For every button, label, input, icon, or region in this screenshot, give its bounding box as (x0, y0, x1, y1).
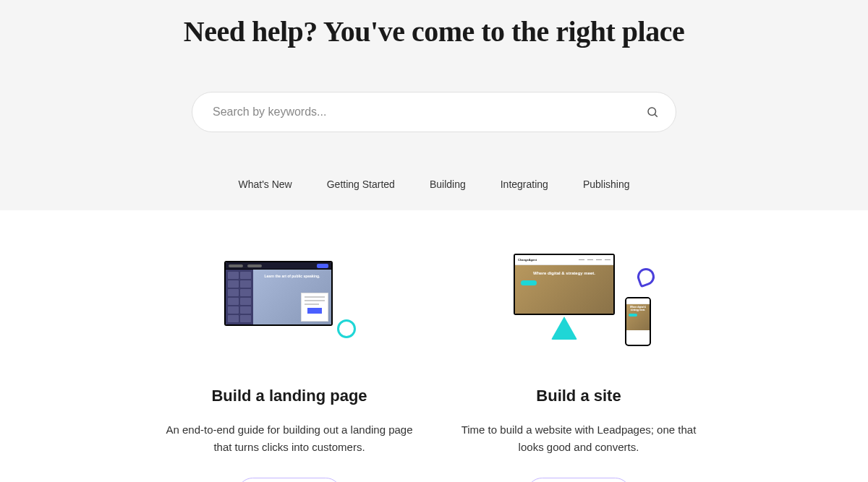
nav-tab-whats-new[interactable]: What's New (238, 178, 292, 190)
card-landing-page: Learn the art of public speaking. Build … (159, 254, 420, 482)
circle-accent-icon (337, 319, 356, 338)
illus-headline: Where digital & strategy meet. (521, 271, 608, 276)
nav-tab-getting-started[interactable]: Getting Started (327, 178, 395, 190)
svg-point-0 (648, 108, 656, 116)
card-build-site: ChangeAgent Where digital & strategy mee… (448, 254, 709, 482)
svg-line-1 (655, 114, 657, 116)
card-title: Build a site (448, 387, 709, 405)
cards-section: Learn the art of public speaking. Build … (72, 210, 796, 482)
hero-section: Need help? You've come to the right plac… (0, 0, 868, 210)
card-description: Time to build a website with Leadpages; … (448, 421, 709, 456)
search-input[interactable] (192, 92, 676, 132)
card-illustration-landing-page: Learn the art of public speaking. (159, 254, 420, 348)
nav-tab-building[interactable]: Building (430, 178, 466, 190)
illus-brand: ChangeAgent (518, 258, 537, 262)
search-icon (646, 106, 659, 119)
search-container (192, 92, 676, 132)
nav-tab-publishing[interactable]: Publishing (583, 178, 630, 190)
card-title: Build a landing page (159, 387, 420, 405)
illus-headline-mobile: Where digital & strategy meet. (629, 306, 647, 311)
get-answers-button[interactable]: Get Answers (527, 478, 630, 482)
card-description: An end-to-end guide for building out a l… (159, 421, 420, 456)
nav-tabs: What's New Getting Started Building Inte… (0, 132, 868, 210)
illus-headline: Learn the art of public speaking. (258, 274, 327, 278)
card-illustration-site: ChangeAgent Where digital & strategy mee… (448, 254, 709, 348)
page-title: Need help? You've come to the right plac… (0, 14, 868, 48)
nav-tab-integrating[interactable]: Integrating (501, 178, 548, 190)
leaf-accent-icon (635, 266, 658, 288)
get-answers-button[interactable]: Get Answers (237, 478, 341, 482)
